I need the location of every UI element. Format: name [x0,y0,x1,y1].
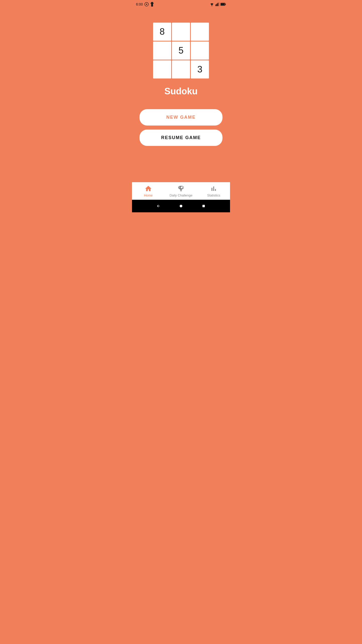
grid-cell-5 [191,42,209,60]
android-home-button[interactable] [178,204,184,209]
nav-label-daily-challenge: Daily Challenge [169,193,192,197]
sudoku-logo-grid: 8 5 3 [153,23,209,78]
bottom-navigation: Home Daily Challenge Statistics [132,182,230,200]
svg-point-1 [146,4,147,5]
trophy-icon [177,185,185,192]
home-icon [145,185,152,192]
grid-cell-6 [153,60,171,78]
battery-icon [220,2,226,7]
status-bar-left: 6:00 [136,2,154,7]
svg-rect-11 [225,4,226,5]
grid-cell-3 [153,42,171,60]
grid-cell-1 [172,23,190,41]
time-display: 6:00 [136,2,143,6]
grid-cell-7 [172,60,190,78]
grid-cell-2 [191,23,209,41]
svg-rect-13 [202,205,205,207]
svg-point-4 [211,5,212,6]
storage-icon [150,2,154,7]
nav-item-statistics[interactable]: Statistics [197,185,230,197]
svg-rect-7 [217,3,218,6]
app-title: Sudoku [164,86,198,97]
svg-rect-6 [216,4,217,6]
android-recents-button[interactable] [201,204,206,209]
svg-rect-2 [151,2,153,7]
new-game-button[interactable]: NEW GAME [140,109,222,126]
grid-cell-8: 3 [191,60,209,78]
svg-rect-10 [221,3,225,5]
android-nav-bar [132,200,230,212]
status-bar: 6:00 [132,0,230,8]
grid-cell-4: 5 [172,42,190,60]
svg-rect-5 [215,5,216,6]
resume-game-button[interactable]: RESUME GAME [140,130,222,146]
android-back-button[interactable] [156,204,161,209]
nav-item-daily-challenge[interactable]: Daily Challenge [165,185,197,197]
svg-point-12 [180,205,183,208]
grid-cell-0: 8 [153,23,171,41]
nav-label-home: Home [144,193,153,197]
status-bar-right [209,2,226,7]
nav-item-home[interactable]: Home [132,185,165,197]
wifi-icon [209,2,214,7]
nav-label-statistics: Statistics [207,193,220,197]
svg-rect-8 [218,3,219,6]
main-content: 8 5 3 Sudoku NEW GAME RESUME GAME [132,8,230,182]
svg-rect-3 [151,3,154,4]
statistics-icon [210,185,217,192]
signal-icon [215,2,219,7]
media-icon [144,2,149,7]
